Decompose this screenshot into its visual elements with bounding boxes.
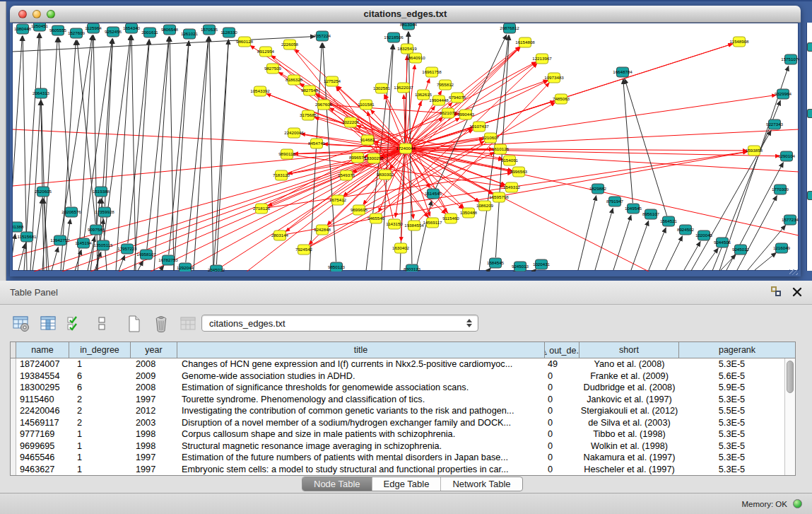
network-window-title: citations_edges.txt: [10, 8, 801, 19]
table-row[interactable]: 946554611997Estimation of the future num…: [11, 452, 784, 464]
table-rows: 1872400712008Changes of HCN gene express…: [11, 358, 784, 475]
graph-node-label: 1145194: [75, 240, 92, 245]
table-row[interactable]: 2242004622012Investigating the contribut…: [11, 405, 784, 417]
table-row[interactable]: 977716911998Corpus callosum shape and si…: [11, 428, 784, 440]
table-panel: Table Panel: [0, 281, 812, 493]
table-cell: [11, 394, 16, 406]
table-cell: 19384554: [16, 370, 69, 382]
column-header-title[interactable]: title: [177, 342, 545, 358]
column-header-name[interactable]: name: [16, 342, 69, 358]
tab-edge-table[interactable]: Edge Table: [372, 477, 442, 491]
column-header-year[interactable]: year: [131, 342, 177, 358]
graph-node-label: 10107437: [469, 124, 489, 129]
memory-status-label: Memory: OK: [741, 500, 787, 508]
column-header-out-degree[interactable]: △ out_de...: [545, 342, 579, 358]
column-header-pagerank[interactable]: pagerank: [679, 342, 795, 358]
graph-edge: [186, 37, 208, 262]
table-cell: 9465546: [16, 452, 69, 464]
table-cell: Estimation of significance thresholds fo…: [177, 382, 545, 394]
show-columns-icon[interactable]: [38, 315, 57, 334]
graph-edge: [721, 255, 736, 270]
graph-edge: [119, 255, 124, 271]
table-cell: [11, 417, 16, 429]
network-view-window: citations_edges.txt 17240044986012889129…: [10, 6, 801, 276]
window-resize-grip[interactable]: [789, 269, 798, 275]
table-cell: 2012: [131, 405, 177, 417]
graph-node-label: 16961758: [422, 69, 442, 74]
graph-node-label: 20876812: [500, 25, 519, 30]
graph-edge: [666, 236, 683, 270]
graph-edge: [595, 209, 613, 270]
graph-edge: [631, 221, 649, 270]
column-header-short[interactable]: short: [579, 342, 679, 358]
table-selector-dropdown[interactable]: citations_edges.txt: [201, 315, 478, 332]
table-cell: 1: [69, 452, 131, 464]
graph-node-label: 1086209: [476, 203, 494, 208]
table-row[interactable]: 946362711997Embryonic stem cells: a mode…: [11, 464, 784, 476]
graph-node-label: 1675412: [329, 197, 347, 202]
scrollbar-thumb[interactable]: [787, 361, 794, 393]
delete-table-icon[interactable]: [151, 315, 170, 334]
graph-node-label: 9827548: [301, 88, 319, 93]
table-scrollbar[interactable]: [784, 358, 795, 475]
close-panel-icon[interactable]: [792, 287, 802, 297]
table-row[interactable]: 911546021997Tourette syndrome. Phenomeno…: [11, 394, 784, 406]
graph-edge: [52, 247, 58, 271]
table-cell: [11, 382, 16, 394]
network-window-titlebar[interactable]: citations_edges.txt: [10, 6, 801, 23]
graph-node-label: 1621072: [440, 110, 457, 115]
graph-node-label: 16782753: [158, 257, 178, 262]
select-rows-icon[interactable]: [65, 315, 84, 334]
table-cell: 0: [545, 370, 579, 382]
graph-node-label: 6794078: [449, 95, 466, 100]
table-cell: 0: [545, 464, 579, 476]
table-cell: 9699695: [16, 440, 69, 452]
graph-node-label: 9605555: [49, 28, 67, 33]
table-row[interactable]: 1872400712008Changes of HCN gene express…: [11, 358, 784, 370]
graph-edge: [411, 81, 548, 146]
tab-node-table[interactable]: Node Table: [302, 477, 372, 491]
graph-node-label: 1292044: [177, 265, 194, 270]
graph-node-label: 1577234: [782, 217, 799, 222]
table-cell: Tourette syndrome. Phenomenology and cla…: [177, 394, 545, 406]
float-panel-icon[interactable]: [771, 286, 782, 297]
table-cell: 2008: [131, 382, 177, 394]
graph-node-label: 8303123: [404, 267, 421, 271]
table-cell: 6: [69, 382, 131, 394]
table-cell: Nakamura et al. (1997): [579, 452, 679, 464]
graph-node-label: 1020045: [695, 233, 713, 238]
table-cell: 1997: [131, 394, 177, 406]
graph-edge: [194, 37, 208, 271]
status-bar: Memory: OK: [0, 493, 812, 514]
network-canvas[interactable]: 1724004498601288912954222605898275091054…: [12, 23, 799, 271]
table-row[interactable]: 969969511998Structural magnetic resonanc…: [11, 440, 784, 452]
graph-edge: [77, 40, 95, 224]
table-row[interactable]: 1830029562008Estimation of significance …: [11, 382, 784, 394]
table-cell: 1: [69, 440, 131, 452]
graph-node-label: 9860128: [236, 39, 254, 44]
graph-node-label: 2718126: [253, 206, 271, 211]
graph-edge: [213, 40, 228, 271]
graph-edge: [684, 242, 700, 270]
graph-node-label: 9465546: [367, 216, 385, 221]
graph-edge: [216, 40, 228, 264]
graph-node-label: 914682: [360, 137, 375, 142]
graph-node-label: 931388: [13, 224, 24, 229]
table-cell: 2: [69, 405, 131, 417]
table-row[interactable]: 1938455462009Genome-wide association stu…: [11, 370, 784, 382]
table-settings-icon[interactable]: [11, 315, 30, 334]
graph-node-label: 2001611: [141, 30, 158, 35]
graph-node-label: 15751074: [781, 57, 799, 62]
create-table-icon[interactable]: [124, 315, 143, 334]
tab-network-table[interactable]: Network Table: [441, 477, 522, 491]
graph-node-label: 14569117: [423, 220, 442, 225]
row-height-icon[interactable]: [92, 315, 111, 334]
graph-node-label: 1290104: [778, 153, 796, 158]
table-cell: 5.9E-5: [679, 382, 784, 394]
graph-node-label: 19904448: [429, 98, 449, 103]
column-header-in-degree[interactable]: in_degree: [69, 342, 131, 358]
table-row[interactable]: 1456911722003Disruption of a novel membe…: [11, 417, 784, 429]
graph-node-label: 12213967: [532, 56, 552, 61]
table-cell: [11, 428, 16, 440]
table-cell: Investigating the contribution of common…: [177, 405, 545, 417]
